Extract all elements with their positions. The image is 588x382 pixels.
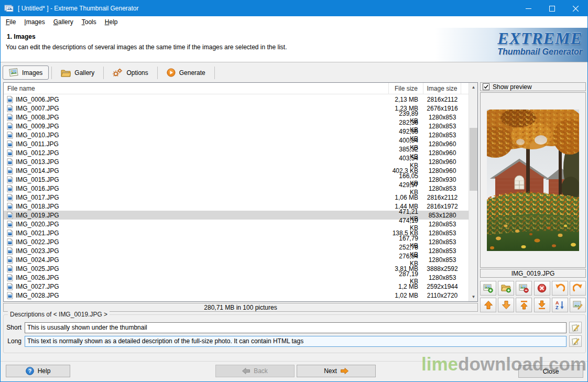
sort-button[interactable]: A Z	[552, 298, 568, 312]
file-name: IMG_0025.JPG	[16, 265, 59, 272]
file-name: IMG_0022.JPG	[16, 238, 59, 246]
image-size: 3888x2592	[423, 265, 461, 272]
show-preview-label: Show preview	[493, 83, 532, 91]
image-file-icon	[7, 96, 13, 103]
image-file-icon	[7, 256, 13, 264]
menu-item-file[interactable]: File	[2, 16, 20, 28]
table-row[interactable]: IMG_0016.JPG 429,97 KB 1280x853	[4, 184, 469, 193]
file-size: 1,06 MB	[389, 194, 423, 201]
image-file-icon	[7, 176, 13, 183]
table-row[interactable]: IMG_0017.JPG 1,06 MB 2816x2112	[4, 193, 469, 202]
maximize-button[interactable]	[540, 1, 564, 16]
preview-pane	[480, 92, 586, 268]
file-name: IMG_0011.JPG	[16, 140, 59, 148]
undo-button[interactable]	[552, 281, 568, 296]
help-button[interactable]: ? Help	[6, 365, 70, 377]
table-row[interactable]: IMG_0027.JPG 1,2 MB 2592x1944	[4, 282, 469, 291]
redo-icon	[573, 283, 583, 293]
short-description-input[interactable]	[25, 322, 567, 333]
menu-bar: FileImagesGalleryToolsHelp	[1, 16, 587, 28]
table-row[interactable]: IMG_0013.JPG 403,54 KB 1280x960	[4, 157, 469, 166]
long-description-label: Long	[4, 337, 25, 345]
file-name: IMG_0007.JPG	[16, 105, 59, 112]
image-size: 1280x853	[423, 274, 461, 281]
move-up-icon	[484, 300, 493, 310]
move-down-button[interactable]	[498, 298, 514, 312]
file-size: 1,02 MB	[389, 292, 423, 299]
tab-separator	[51, 67, 52, 79]
generate-play-icon	[167, 68, 176, 77]
tab-generate[interactable]: Generate	[160, 66, 212, 80]
image-size: 1280x853	[423, 238, 461, 246]
image-file-icon	[7, 247, 13, 255]
scroll-up-button[interactable]: ▲	[469, 83, 478, 92]
move-to-bottom-button[interactable]	[534, 298, 550, 312]
redo-button[interactable]	[570, 281, 586, 296]
vertical-scrollbar[interactable]: ▲ ▼	[469, 83, 477, 301]
help-label: Help	[38, 367, 51, 375]
edit-descriptions-button[interactable]	[570, 298, 586, 312]
table-row[interactable]: IMG_0028.JPG 1,02 MB 2110x2720	[4, 291, 469, 300]
file-name: IMG_0016.JPG	[16, 185, 59, 192]
menu-item-gallery[interactable]: Gallery	[49, 16, 78, 28]
column-header-file-name[interactable]: File name	[4, 83, 389, 94]
scroll-thumb[interactable]	[470, 128, 477, 191]
file-name: IMG_0006.JPG	[16, 96, 59, 103]
window-title: [ Untitled* ] - Extreme Thumbnail Genera…	[18, 5, 139, 12]
show-preview-checkbox[interactable]	[483, 83, 489, 90]
scroll-down-button[interactable]: ▼	[469, 292, 478, 301]
tab-separator	[214, 67, 215, 79]
long-description-input[interactable]	[25, 336, 567, 347]
table-row[interactable]: IMG_0024.JPG 276,84 KB 1280x853	[4, 255, 469, 264]
file-name: IMG_0018.JPG	[16, 203, 59, 210]
image-file-icon	[7, 114, 13, 121]
gallery-folder-icon	[61, 69, 71, 77]
minimize-button[interactable]	[517, 1, 540, 16]
file-name: IMG_0015.JPG	[16, 176, 59, 183]
menu-item-help[interactable]: Help	[101, 16, 122, 28]
close-window-button[interactable]	[564, 1, 587, 16]
column-header-image-size[interactable]: Image size	[423, 83, 461, 94]
preview-photo	[487, 110, 579, 251]
images-tab-icon	[9, 68, 18, 77]
image-list: File name File size Image size IMG_0006.…	[3, 82, 478, 302]
move-up-button[interactable]	[480, 298, 496, 312]
add-folder-button[interactable]	[498, 281, 514, 296]
undo-icon	[555, 283, 565, 293]
list-body: IMG_0006.JPG 2,13 MB 2816x2112 IMG_0007.…	[4, 95, 469, 301]
tab-gallery[interactable]: Gallery	[55, 66, 101, 80]
remove-all-button[interactable]	[534, 281, 550, 296]
remove-all-icon	[537, 283, 547, 293]
wizard-header: 1. Images You can edit the descriptions …	[1, 28, 587, 62]
move-to-top-button[interactable]	[516, 298, 532, 312]
image-file-icon	[7, 292, 13, 299]
close-button[interactable]: Close	[518, 365, 583, 378]
file-name: IMG_0014.JPG	[16, 167, 59, 174]
image-size: 2816x1972	[423, 203, 461, 210]
table-row[interactable]: IMG_0026.JPG 287,19 KB 1280x853	[4, 273, 469, 282]
back-button[interactable]: Back	[215, 365, 295, 377]
edit-long-description-button[interactable]	[569, 335, 582, 347]
menu-item-images[interactable]: Images	[20, 16, 49, 28]
image-file-icon	[7, 158, 13, 166]
next-button[interactable]: Next	[297, 365, 376, 377]
tab-options[interactable]: Options	[106, 66, 154, 80]
add-image-button[interactable]	[480, 281, 496, 296]
image-file-icon	[7, 221, 13, 228]
back-label: Back	[254, 367, 268, 375]
remove-image-button[interactable]	[516, 281, 532, 296]
menu-item-tools[interactable]: Tools	[78, 16, 101, 28]
tab-images[interactable]: Images	[3, 66, 49, 80]
edit-short-description-button[interactable]	[569, 322, 582, 333]
column-header-file-size[interactable]: File size	[389, 83, 423, 94]
table-row[interactable]: IMG_0006.JPG 2,13 MB 2816x2112	[4, 95, 469, 104]
gears-icon	[113, 68, 123, 77]
image-file-icon	[7, 167, 13, 174]
image-file-icon	[7, 123, 13, 130]
table-row[interactable]: IMG_0020.JPG 474,19 KB 1280x853	[4, 220, 469, 228]
next-arrow-icon	[341, 368, 349, 374]
file-name: IMG_0027.JPG	[16, 283, 59, 290]
image-file-icon	[7, 230, 13, 237]
file-size: 1,2 MB	[389, 283, 423, 290]
image-file-icon	[7, 265, 13, 272]
